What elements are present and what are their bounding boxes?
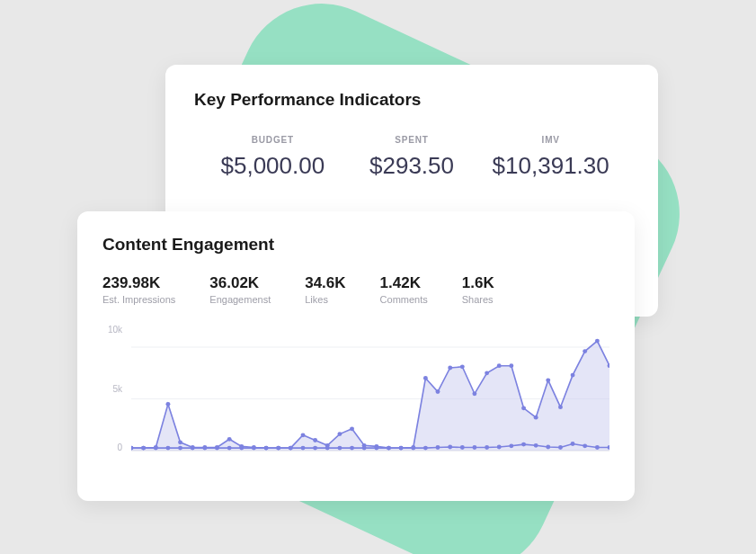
metric-likes: 34.6K Likes xyxy=(305,274,345,305)
chart-point xyxy=(558,405,563,409)
metric-label: Shares xyxy=(462,294,494,305)
chart-point xyxy=(264,446,269,451)
kpi-value: $293.50 xyxy=(342,152,482,180)
chart-point xyxy=(411,446,415,451)
kpi-value: $5,000.00 xyxy=(203,152,342,180)
chart-y-axis: 10k 5k 0 xyxy=(102,323,131,458)
chart-point xyxy=(301,433,306,437)
kpi-label: SPENT xyxy=(342,135,482,145)
chart-point xyxy=(141,446,146,451)
metric-value: 34.6K xyxy=(305,274,345,292)
chart-point xyxy=(165,446,170,451)
chart-point xyxy=(165,402,170,407)
metric-comments: 1.42K Comments xyxy=(380,274,428,305)
chart-point xyxy=(509,443,513,448)
metric-value: 36.02K xyxy=(209,274,271,292)
metrics-row: 239.98K Est. Impressions 36.02K Engageme… xyxy=(102,274,609,305)
chart-point xyxy=(546,378,550,382)
chart-point xyxy=(387,446,391,451)
chart-svg xyxy=(131,323,609,458)
chart-point xyxy=(497,445,502,450)
metric-engagements: 36.02K Engagemenst xyxy=(209,274,271,305)
chart-point xyxy=(374,446,378,451)
kpi-item-spent: SPENT $293.50 xyxy=(342,135,482,180)
chart-point xyxy=(337,432,342,436)
chart-point xyxy=(583,443,587,448)
chart-point xyxy=(521,442,526,447)
chart-point xyxy=(252,446,256,451)
y-tick-label: 5k xyxy=(112,384,122,394)
chart-point xyxy=(521,406,526,410)
chart-point xyxy=(337,446,342,451)
chart-point xyxy=(558,445,563,450)
chart-point xyxy=(178,446,182,451)
content-engagement-card: Content Engagement 239.98K Est. Impressi… xyxy=(77,211,635,501)
chart-point xyxy=(350,426,354,431)
chart-point xyxy=(497,363,502,368)
kpi-row: BUDGET $5,000.00 SPENT $293.50 IMV $10,3… xyxy=(194,135,629,180)
chart-point xyxy=(178,440,182,444)
chart-point xyxy=(313,446,317,451)
chart-point xyxy=(227,446,232,451)
chart-point xyxy=(191,446,195,451)
y-tick-label: 0 xyxy=(117,442,122,452)
y-tick-label: 10k xyxy=(108,325,122,335)
chart-point xyxy=(154,446,158,451)
chart-point xyxy=(448,366,452,371)
metric-value: 1.42K xyxy=(380,274,428,292)
chart-point xyxy=(350,446,354,451)
chart-point xyxy=(472,391,476,396)
metric-label: Comments xyxy=(380,294,428,305)
chart-point xyxy=(448,445,452,450)
kpi-value: $10,391.30 xyxy=(481,152,620,180)
chart-point xyxy=(595,445,600,450)
chart-point xyxy=(509,363,513,368)
chart-point xyxy=(362,446,367,451)
chart-point xyxy=(571,442,575,446)
chart-point xyxy=(546,445,550,450)
chart-point xyxy=(239,446,244,451)
metric-impressions: 239.98K Est. Impressions xyxy=(102,274,175,305)
metric-value: 1.6K xyxy=(462,274,494,292)
metric-label: Engagemenst xyxy=(209,294,271,305)
chart-point xyxy=(325,446,330,451)
content-title: Content Engagement xyxy=(102,235,609,255)
chart-point xyxy=(399,446,404,451)
metric-label: Likes xyxy=(305,294,345,305)
chart-point xyxy=(485,445,489,450)
chart-point xyxy=(485,371,489,375)
chart-point xyxy=(301,446,306,451)
chart-point xyxy=(460,364,465,369)
chart-point xyxy=(571,373,575,378)
chart-point xyxy=(595,339,600,344)
kpi-item-budget: BUDGET $5,000.00 xyxy=(203,135,342,180)
chart-point xyxy=(313,438,317,442)
chart-point xyxy=(202,446,207,451)
chart-area: 10k 5k 0 xyxy=(102,323,609,458)
chart-point xyxy=(583,349,587,353)
chart-point xyxy=(436,389,440,394)
kpi-title: Key Performance Indicators xyxy=(194,90,629,110)
kpi-item-imv: IMV $10,391.30 xyxy=(481,135,620,180)
chart-point xyxy=(423,446,428,451)
chart-point xyxy=(289,446,293,451)
chart-point xyxy=(460,445,465,450)
chart-point xyxy=(227,437,232,442)
chart-point xyxy=(472,445,476,450)
metric-shares: 1.6K Shares xyxy=(462,274,494,305)
kpi-label: BUDGET xyxy=(203,135,342,145)
chart-point xyxy=(276,446,280,451)
chart-point xyxy=(534,443,538,448)
metric-value: 239.98K xyxy=(102,274,175,292)
chart-point xyxy=(423,376,428,380)
chart-series-area xyxy=(131,341,609,451)
chart-point xyxy=(436,445,440,450)
chart-point xyxy=(534,416,538,420)
kpi-label: IMV xyxy=(481,135,620,145)
chart-point xyxy=(215,446,219,451)
metric-label: Est. Impressions xyxy=(102,294,175,305)
